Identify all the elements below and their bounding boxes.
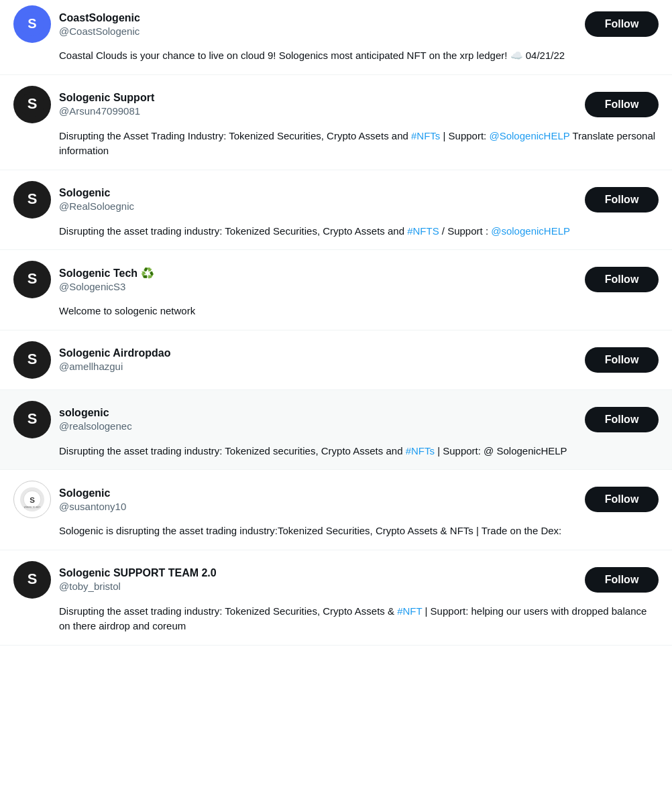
account-handle: @CoastSologenic bbox=[59, 25, 140, 37]
account-item: S WHERE TO BUY Sologenic@susantony10Foll… bbox=[0, 470, 672, 550]
svg-text:S: S bbox=[27, 351, 38, 367]
account-handle: @SologenicS3 bbox=[59, 281, 154, 292]
account-bio: Sologenic is disrupting the asset tradin… bbox=[13, 524, 659, 539]
avatar: S bbox=[13, 86, 51, 123]
account-bio: Disrupting the asset trading industry: T… bbox=[13, 224, 659, 239]
account-left: S WHERE TO BUY Sologenic@susantony10 bbox=[13, 481, 126, 518]
follow-button[interactable]: Follow bbox=[585, 407, 659, 432]
account-bio: Disrupting the Asset Trading Industry: T… bbox=[13, 129, 659, 159]
account-info: Sologenic Tech ♻️@SologenicS3 bbox=[59, 267, 154, 292]
follow-button[interactable]: Follow bbox=[585, 567, 659, 593]
account-left: S sologenic@realsologenec bbox=[13, 401, 132, 438]
account-bio: Welcome to sologenic network bbox=[13, 304, 659, 319]
bio-link[interactable]: #NFT bbox=[397, 605, 422, 617]
account-left: S Sologenic@RealSoloegnic bbox=[13, 181, 134, 219]
account-bio: Coastal Clouds is your chance to live on… bbox=[13, 48, 659, 64]
follow-button[interactable]: Follow bbox=[585, 187, 659, 212]
account-handle: @susantony10 bbox=[59, 501, 126, 512]
account-header: S Sologenic@RealSoloegnicFollow bbox=[13, 181, 659, 219]
svg-text:S: S bbox=[27, 190, 38, 207]
account-handle: @realsologenec bbox=[59, 420, 132, 432]
bio-link[interactable]: #NFTs bbox=[406, 445, 435, 457]
avatar: S bbox=[13, 561, 51, 599]
svg-text:S: S bbox=[27, 16, 36, 31]
svg-text:S: S bbox=[27, 270, 38, 287]
account-handle: @amellhazgui bbox=[59, 361, 171, 372]
account-item: S CoastSologenic@CoastSologenicFollowCoa… bbox=[0, 0, 672, 75]
account-bio: Disrupting the asset trading industry: T… bbox=[13, 604, 659, 634]
account-name[interactable]: Sologenic bbox=[59, 487, 126, 499]
avatar: S bbox=[13, 181, 51, 219]
bio-link[interactable]: @sologenicHELP bbox=[491, 225, 570, 237]
account-info: Sologenic SUPPORT TEAM 2.0@toby_bristol bbox=[59, 567, 217, 592]
svg-text:S: S bbox=[27, 570, 38, 587]
account-name[interactable]: sologenic bbox=[59, 407, 132, 419]
svg-text:S: S bbox=[27, 410, 38, 427]
account-info: Sologenic@RealSoloegnic bbox=[59, 187, 134, 212]
account-item: S Sologenic@RealSoloegnicFollowDisruptin… bbox=[0, 170, 672, 251]
account-header: S sologenic@realsologenecFollow bbox=[13, 401, 659, 438]
account-info: sologenic@realsologenec bbox=[59, 407, 132, 432]
follow-button[interactable]: Follow bbox=[585, 11, 659, 37]
avatar: S WHERE TO BUY bbox=[13, 481, 51, 518]
account-header: S CoastSologenic@CoastSologenicFollow bbox=[13, 5, 659, 43]
account-left: S Sologenic SUPPORT TEAM 2.0@toby_bristo… bbox=[13, 561, 217, 599]
follow-button[interactable]: Follow bbox=[585, 487, 659, 512]
account-name[interactable]: Sologenic SUPPORT TEAM 2.0 bbox=[59, 567, 217, 579]
account-header: S WHERE TO BUY Sologenic@susantony10Foll… bbox=[13, 481, 659, 518]
account-handle: @Arsun47099081 bbox=[59, 105, 154, 117]
account-handle: @RealSoloegnic bbox=[59, 200, 134, 212]
bio-link[interactable]: @SologenicHELP bbox=[489, 130, 569, 141]
account-info: Sologenic Support@Arsun47099081 bbox=[59, 92, 154, 117]
avatar: S bbox=[13, 261, 51, 298]
account-header: S Sologenic Support@Arsun47099081Follow bbox=[13, 86, 659, 123]
avatar: S bbox=[13, 341, 51, 379]
svg-text:S: S bbox=[27, 95, 38, 112]
account-item: S sologenic@realsologenecFollowDisruptin… bbox=[0, 390, 672, 471]
follow-button[interactable]: Follow bbox=[585, 267, 659, 292]
account-header: S Sologenic SUPPORT TEAM 2.0@toby_bristo… bbox=[13, 561, 659, 599]
account-handle: @toby_bristol bbox=[59, 581, 217, 592]
account-left: S CoastSologenic@CoastSologenic bbox=[13, 5, 140, 43]
account-info: CoastSologenic@CoastSologenic bbox=[59, 12, 140, 37]
account-info: Sologenic Airdropdao@amellhazgui bbox=[59, 347, 171, 372]
avatar: S bbox=[13, 401, 51, 438]
follow-button[interactable]: Follow bbox=[585, 92, 659, 117]
bio-link[interactable]: #NFTS bbox=[407, 225, 439, 237]
account-left: S Sologenic Tech ♻️@SologenicS3 bbox=[13, 261, 154, 298]
account-list: S CoastSologenic@CoastSologenicFollowCoa… bbox=[0, 0, 672, 646]
svg-text:WHERE TO BUY: WHERE TO BUY bbox=[24, 506, 41, 509]
account-header: S Sologenic Tech ♻️@SologenicS3Follow bbox=[13, 261, 659, 298]
account-header: S Sologenic Airdropdao@amellhazguiFollow bbox=[13, 341, 659, 379]
account-name[interactable]: CoastSologenic bbox=[59, 12, 140, 24]
account-item: S Sologenic Support@Arsun47099081FollowD… bbox=[0, 75, 672, 170]
account-name[interactable]: Sologenic Tech ♻️ bbox=[59, 267, 154, 280]
account-left: S Sologenic Support@Arsun47099081 bbox=[13, 86, 154, 123]
account-bio: Disrupting the asset trading industry: T… bbox=[13, 444, 659, 459]
account-item: S Sologenic SUPPORT TEAM 2.0@toby_bristo… bbox=[0, 550, 672, 646]
account-item: S Sologenic Airdropdao@amellhazguiFollow bbox=[0, 330, 672, 390]
account-info: Sologenic@susantony10 bbox=[59, 487, 126, 512]
follow-button[interactable]: Follow bbox=[585, 347, 659, 373]
account-name[interactable]: Sologenic Airdropdao bbox=[59, 347, 171, 359]
bio-link[interactable]: #NFTs bbox=[411, 130, 440, 141]
account-left: S Sologenic Airdropdao@amellhazgui bbox=[13, 341, 171, 379]
svg-text:S: S bbox=[30, 496, 35, 504]
avatar: S bbox=[13, 5, 51, 43]
account-item: S Sologenic Tech ♻️@SologenicS3FollowWel… bbox=[0, 250, 672, 330]
account-name[interactable]: Sologenic bbox=[59, 187, 134, 199]
account-name[interactable]: Sologenic Support bbox=[59, 92, 154, 104]
